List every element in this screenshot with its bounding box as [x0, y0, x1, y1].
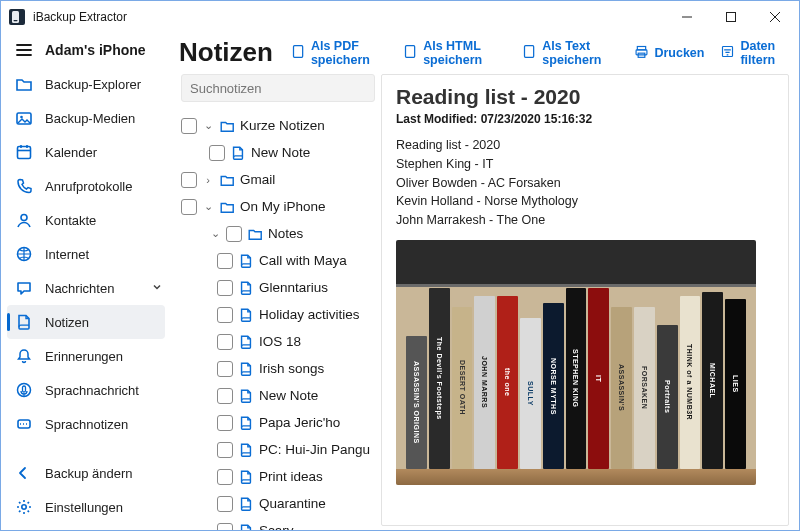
tree-folder[interactable]: ⌄Kurze Notizen [181, 112, 375, 139]
sidebar-item-nachrichten[interactable]: Nachrichten [1, 271, 171, 305]
tree-note[interactable]: Holiday activities [181, 301, 375, 328]
note-icon [230, 145, 246, 161]
tool-label: Drucken [654, 46, 704, 60]
tree-note[interactable]: PC: Hui-Jin Pangu [181, 436, 375, 463]
preview-image: ASSASSIN'S ORIGINSThe Devil's FootstepsD… [396, 240, 756, 485]
tree-item-label: New Note [251, 145, 310, 160]
tree-folder[interactable]: ⌄On My iPhone [181, 193, 375, 220]
tree-note[interactable]: Quarantine [181, 490, 375, 517]
checkbox[interactable] [217, 280, 233, 296]
checkbox[interactable] [209, 145, 225, 161]
hamburger-icon[interactable] [15, 41, 33, 59]
sidebar-item-label: Notizen [45, 315, 157, 330]
checkbox[interactable] [217, 442, 233, 458]
sidebar-item-einstellungen[interactable]: Einstellungen [1, 490, 171, 524]
window-close-button[interactable] [753, 2, 797, 32]
checkbox[interactable] [181, 199, 197, 215]
checkbox[interactable] [217, 469, 233, 485]
book-spine: the one [497, 296, 518, 469]
sidebar-item-label: Kalender [45, 145, 163, 160]
tool-print[interactable]: Drucken [634, 39, 704, 67]
checkbox[interactable] [217, 415, 233, 431]
book-spine: IT [588, 288, 609, 468]
checkbox[interactable] [217, 361, 233, 377]
sidebar-footer: Backup ändernEinstellungen [1, 456, 171, 530]
window-minimize-button[interactable] [665, 2, 709, 32]
checkbox[interactable] [181, 118, 197, 134]
sidebar-nav: Backup-ExplorerBackup-MedienKalenderAnru… [1, 67, 171, 456]
checkbox[interactable] [217, 496, 233, 512]
sidebar-item-internet[interactable]: Internet [1, 237, 171, 271]
tool-filter[interactable]: Daten filtern [720, 39, 789, 67]
tool-pdf[interactable]: Als PDF speichern [291, 39, 387, 67]
images-icon [15, 109, 33, 127]
tool-html[interactable]: Als HTML speichern [403, 39, 506, 67]
tool-label: Als PDF speichern [311, 39, 387, 67]
sidebar-item-label: Backup-Medien [45, 111, 163, 126]
tool-text[interactable]: Als Text speichern [522, 39, 618, 67]
tree-item-label: Glenntarius [259, 280, 328, 295]
tree-folder[interactable]: ›Gmail [181, 166, 375, 193]
tree-item-label: IOS 18 [259, 334, 301, 349]
sidebar-item-label: Erinnerungen [45, 349, 163, 364]
chevron-right-icon[interactable]: › [202, 174, 214, 186]
tree-item-label: PC: Hui-Jin Pangu [259, 442, 370, 457]
sidebar-item-notizen[interactable]: Notizen [7, 305, 165, 339]
book-spine: NORSE MYTHS [543, 303, 564, 469]
tool-label: Als HTML speichern [423, 39, 506, 67]
sidebar-item-backup-medien[interactable]: Backup-Medien [1, 101, 171, 135]
tree-note[interactable]: Glenntarius [181, 274, 375, 301]
search-input[interactable] [181, 74, 375, 102]
checkbox[interactable] [217, 523, 233, 531]
sidebar-item-erinnerungen[interactable]: Erinnerungen [1, 339, 171, 373]
sidebar-item-kalender[interactable]: Kalender [1, 135, 171, 169]
book-spine: LIES [725, 299, 746, 468]
note-icon [238, 415, 254, 431]
sidebar-item-anrufprotokolle[interactable]: Anrufprotokolle [1, 169, 171, 203]
sidebar-item-backup-explorer[interactable]: Backup-Explorer [1, 67, 171, 101]
checkbox[interactable] [217, 334, 233, 350]
window-maximize-button[interactable] [709, 2, 753, 32]
bookshelf-books: ASSASSIN'S ORIGINSThe Devil's FootstepsD… [406, 285, 746, 469]
preview-line: Oliver Bowden - AC Forsaken [396, 174, 774, 193]
checkbox[interactable] [217, 307, 233, 323]
tree-item-label: Papa Jeric'ho [259, 415, 340, 430]
chevron-down-icon [151, 281, 163, 296]
main-area: Notizen Als PDF speichernAls HTML speich… [171, 33, 799, 530]
back-icon [15, 464, 33, 482]
book-spine: STEPHEN KING [566, 288, 587, 468]
checkbox[interactable] [226, 226, 242, 242]
chevron-down-icon[interactable]: ⌄ [202, 200, 214, 213]
text-icon [522, 44, 537, 62]
checkbox[interactable] [217, 388, 233, 404]
device-name: Adam's iPhone [45, 42, 146, 58]
sidebar-item-backup-ndern[interactable]: Backup ändern [1, 456, 171, 490]
note-icon [238, 307, 254, 323]
tree-note[interactable]: IOS 18 [181, 328, 375, 355]
tree-note[interactable]: New Note [181, 382, 375, 409]
sidebar-item-label: Einstellungen [45, 500, 163, 515]
note-icon [238, 523, 254, 531]
globe-icon [15, 245, 33, 263]
tree-note[interactable]: New Note [181, 139, 375, 166]
checkbox[interactable] [217, 253, 233, 269]
chevron-down-icon[interactable]: ⌄ [209, 227, 221, 240]
tree-note[interactable]: Irish songs [181, 355, 375, 382]
tree-note[interactable]: Scary [181, 517, 375, 530]
sidebar-item-label: Nachrichten [45, 281, 151, 296]
checkbox[interactable] [181, 172, 197, 188]
book-spine: ASSASSIN'S [611, 307, 632, 469]
tree-note[interactable]: Papa Jeric'ho [181, 409, 375, 436]
preview-line: John Marrakesh - The One [396, 211, 774, 230]
app-title: iBackup Extractor [33, 10, 665, 24]
tree-folder[interactable]: ⌄Notes [181, 220, 375, 247]
folder-icon [247, 226, 263, 242]
tree-note[interactable]: Call with Maya [181, 247, 375, 274]
sidebar-item-sprachnachricht[interactable]: Sprachnachricht [1, 373, 171, 407]
sidebar-item-kontakte[interactable]: Kontakte [1, 203, 171, 237]
tree-note[interactable]: Print ideas [181, 463, 375, 490]
chevron-down-icon[interactable]: ⌄ [202, 119, 214, 132]
sidebar-item-sprachnotizen[interactable]: Sprachnotizen [1, 407, 171, 441]
sidebar-item-label: Sprachnotizen [45, 417, 163, 432]
book-spine: JOHN MARRS [474, 296, 495, 469]
